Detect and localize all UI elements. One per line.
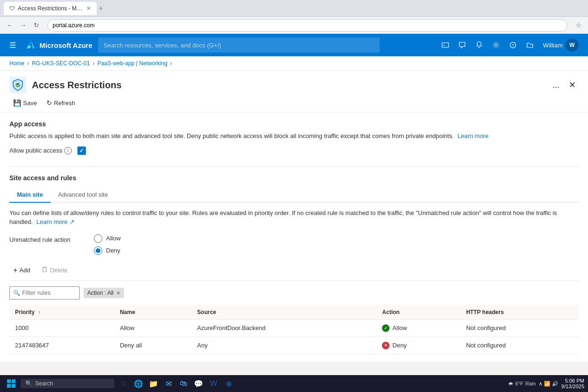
col-http-headers-header[interactable]: HTTP headers xyxy=(460,305,579,320)
rules-learn-more-link[interactable]: Learn more ↗ xyxy=(37,218,75,225)
table-row[interactable]: 2147483647 Deny all Any ✕ Deny Not confi… xyxy=(9,337,579,354)
content-area: App access Public access is applied to b… xyxy=(0,113,588,362)
rules-description: You can define lists of allow/deny rules… xyxy=(9,208,579,227)
notifications-btn[interactable] xyxy=(472,38,487,52)
start-button[interactable] xyxy=(4,377,19,390)
svg-text:?: ? xyxy=(512,43,514,48)
breadcrumb-sep-1: › xyxy=(27,60,29,67)
bookmark-btn[interactable]: ☆ xyxy=(573,20,584,31)
col-priority-header[interactable]: Priority ↑ xyxy=(9,305,114,320)
browser-chrome: 🛡 Access Restrictions - Microsoft ... ✕ … xyxy=(0,0,588,17)
taskbar-search-box[interactable]: 🔍 Search xyxy=(21,379,115,388)
unmatched-rule-radio-group: Allow Deny xyxy=(94,234,121,255)
rules-actions-bar: + Add Delete xyxy=(9,264,579,281)
deny-status-icon: ✕ xyxy=(382,342,389,349)
help-btn[interactable]: ? xyxy=(505,38,520,52)
tab-favicon: 🛡 xyxy=(9,5,15,12)
taskbar-search-label: Search xyxy=(35,380,53,387)
filter-tag-close-btn[interactable]: × xyxy=(116,289,120,297)
forward-btn[interactable]: → xyxy=(17,20,29,31)
table-row[interactable]: 1000 Allow AzureFrontDoor.Backend ✓ Allo… xyxy=(9,319,579,337)
app-access-title: App access xyxy=(9,120,579,128)
cell-http-headers: Not configured xyxy=(460,337,579,354)
cell-source: Any xyxy=(191,337,376,354)
tab-close-btn[interactable]: ✕ xyxy=(86,5,91,12)
refresh-label: Refresh xyxy=(54,100,76,107)
close-panel-btn[interactable]: ✕ xyxy=(566,79,579,91)
svg-rect-10 xyxy=(12,384,15,388)
page-header: Access Restrictions ... ✕ xyxy=(0,71,588,93)
address-bar[interactable] xyxy=(47,19,567,31)
more-options-btn[interactable]: ... xyxy=(550,79,562,91)
filter-action-tag: Action : All × xyxy=(84,288,124,298)
action-label: Deny xyxy=(392,342,406,349)
svg-rect-7 xyxy=(7,379,11,383)
save-button[interactable]: 💾 Save xyxy=(9,97,41,108)
clock-date: 9/13/2025 xyxy=(561,384,584,389)
taskbar-edge-icon[interactable]: ⊕ xyxy=(221,377,236,390)
radio-deny[interactable]: Deny xyxy=(94,246,121,255)
new-tab-btn[interactable]: + xyxy=(99,4,103,13)
col-action-header[interactable]: Action xyxy=(376,305,460,320)
taskbar-teams-icon[interactable]: 💬 xyxy=(191,377,206,390)
tab-main-site[interactable]: Main site xyxy=(9,187,51,203)
reload-btn[interactable]: ↻ xyxy=(31,20,42,31)
tab-title: Access Restrictions - Microsoft ... xyxy=(18,5,84,12)
refresh-button[interactable]: ↻ Refresh xyxy=(43,97,79,108)
browser-tab[interactable]: 🛡 Access Restrictions - Microsoft ... ✕ xyxy=(4,2,97,15)
allow-public-label: Allow public access i xyxy=(9,147,72,154)
feedback-btn[interactable] xyxy=(455,38,470,52)
taskbar-word-icon[interactable]: W xyxy=(206,377,221,390)
nav-icons: >_ ? William W xyxy=(438,37,582,54)
col-source-header[interactable]: Source xyxy=(191,305,376,320)
unmatched-rule-section: Unmatched rule action Allow Deny xyxy=(9,234,579,255)
taskbar-mail-icon[interactable]: ✉ xyxy=(161,377,176,390)
directory-btn[interactable] xyxy=(522,38,537,52)
back-btn[interactable]: ← xyxy=(4,20,15,31)
allow-public-row: Allow public access i xyxy=(9,146,579,155)
taskbar-task-view[interactable]: ⧉ xyxy=(116,377,130,390)
page-header-actions: ... ✕ xyxy=(550,79,579,91)
cell-action: ✓ Allow xyxy=(376,319,460,337)
cloud-shell-btn[interactable]: >_ xyxy=(438,38,453,52)
tab-advanced-tool-site[interactable]: Advanced tool site xyxy=(51,187,115,203)
radio-allow-indicator xyxy=(94,234,102,243)
taskbar-browser-icon[interactable]: 🌐 xyxy=(131,377,145,390)
site-access-title: Site access and rules xyxy=(9,174,579,182)
col-name-header[interactable]: Name xyxy=(114,305,191,320)
breadcrumb-resource-group[interactable]: RG-UKS-SEC-DOC-01 xyxy=(32,60,90,67)
app-access-description: Public access is applied to both main si… xyxy=(9,131,579,141)
hamburger-menu-btn[interactable]: ☰ xyxy=(6,38,20,53)
azure-logo[interactable]: Microsoft Azure xyxy=(25,40,92,50)
breadcrumb-home[interactable]: Home xyxy=(9,60,24,67)
breadcrumb-networking[interactable]: PaaS-web-app | Networking xyxy=(97,60,167,67)
delete-rule-btn[interactable]: Delete xyxy=(38,264,71,276)
allow-public-checkbox[interactable] xyxy=(77,146,86,155)
breadcrumb-sep-3: › xyxy=(170,60,172,67)
settings-btn[interactable] xyxy=(489,38,504,52)
clock: 5:06 PM 9/13/2025 xyxy=(561,378,584,389)
user-avatar: W xyxy=(565,38,579,52)
app-access-section: App access Public access is applied to b… xyxy=(9,120,579,155)
add-label: Add xyxy=(19,267,30,274)
radio-allow[interactable]: Allow xyxy=(94,234,121,243)
weather-temp: 6°F xyxy=(515,381,523,386)
action-cell-content: ✓ Allow xyxy=(382,324,455,332)
svg-point-2 xyxy=(495,44,497,46)
weather-widget: 🌧 6°F Rain xyxy=(508,381,536,386)
add-icon: + xyxy=(13,266,17,275)
radio-allow-label: Allow xyxy=(106,235,121,242)
filter-search-icon: 🔍 xyxy=(13,290,20,296)
add-rule-btn[interactable]: + Add xyxy=(9,264,34,277)
taskbar-explorer-icon[interactable]: 📁 xyxy=(146,377,160,390)
action-cell-content: ✕ Deny xyxy=(382,342,455,349)
weather-icon: 🌧 xyxy=(508,381,513,386)
svg-text:>_: >_ xyxy=(443,44,447,47)
taskbar-store-icon[interactable]: 🛍 xyxy=(176,377,191,390)
global-search-input[interactable] xyxy=(98,38,380,53)
allow-status-icon: ✓ xyxy=(382,324,389,332)
allow-public-info-icon[interactable]: i xyxy=(64,147,72,154)
user-account-btn[interactable]: William W xyxy=(539,37,582,54)
toolbar: 💾 Save ↻ Refresh xyxy=(0,93,588,113)
app-access-learn-more-link[interactable]: Learn more xyxy=(458,132,489,139)
